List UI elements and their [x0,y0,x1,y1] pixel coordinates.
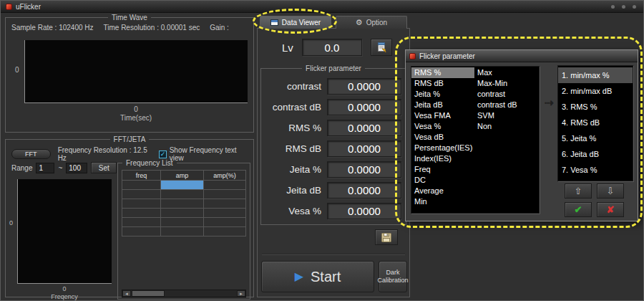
table-row[interactable] [122,190,246,199]
app-icon [6,4,12,10]
list-item[interactable]: 5. Jeita % [558,130,633,146]
table-row[interactable] [122,227,246,236]
list-item[interactable]: contrast [474,89,539,100]
move-right-button[interactable]: ⇢ [542,95,556,112]
list-item[interactable]: 6. Jeita dB [558,146,633,162]
time-resolution-label: Time Resolution : 0.00001 sec [104,24,200,32]
export-lv-button[interactable] [371,39,392,56]
list-item[interactable]: 3. RMS % [558,99,633,115]
param-value: 0.0000 [327,203,401,219]
table-row[interactable] [122,181,246,190]
tab-option-label: Option [366,19,387,27]
horizontal-scrollbar[interactable]: ◄ ► [122,290,246,297]
check-icon: ✔ [575,205,582,214]
start-button[interactable]: ▶ Start [261,261,374,292]
minimize-icon[interactable] [611,5,615,9]
time-wave-group: Time Wave Sample Rate : 102400 Hz Time R… [5,14,254,133]
fft-x-zero: 0 [17,285,112,292]
cancel-button[interactable]: ✘ [597,202,624,217]
table-row[interactable] [122,199,246,209]
move-up-button[interactable]: ⇧ [565,183,592,199]
list-item[interactable]: Max-Min [474,78,539,89]
close-icon[interactable] [633,5,636,9]
separator [262,254,405,255]
time-wave-x-label: Time(sec) [24,114,248,122]
list-item[interactable]: 2. min/max dB [558,83,633,99]
dialog-titlebar[interactable]: Flicker parameter [406,50,638,62]
list-item[interactable]: Min [411,196,474,207]
param-value: 0.0000 [327,182,401,199]
column-header-freq: freq [122,171,161,181]
list-item[interactable]: Non [474,121,539,132]
cross-icon: ✘ [607,205,615,214]
dark-calibration-button[interactable]: Dark Calibration [379,261,407,292]
flicker-parameter-group: Flicker parameter contrast 0.0000 contra… [260,64,406,225]
list-item[interactable]: RMS % [411,67,474,78]
list-item[interactable]: Vesa dB [411,132,474,143]
list-item[interactable]: 1. min/max % [558,67,633,83]
range-to-input[interactable] [66,163,87,173]
tab-option[interactable]: ⚙ Option [336,16,407,29]
list-item[interactable]: DC [411,175,474,186]
dialog-title: Flicker parameter [419,52,475,60]
scrollbar-thumb[interactable] [132,290,165,297]
param-label: Jeita dB [286,185,321,196]
table-row[interactable] [122,209,246,218]
app-window: uFlicker Time Wave Sample Rate : 102400 … [0,0,644,301]
fft-x-label: Freqency [17,293,112,300]
selected-cell[interactable] [161,181,204,190]
list-item[interactable]: 7. Vesa % [558,162,633,178]
list-item[interactable]: Index(IES) [411,153,474,164]
list-item[interactable]: Persentage(IES) [411,143,474,153]
list-item[interactable]: Jeita dB [411,100,474,110]
param-label: RMS dB [286,143,321,154]
list-item[interactable]: Freq [411,164,474,175]
param-row: Jeita % 0.0000 [263,161,401,178]
param-row: Jeita dB 0.0000 [263,182,401,199]
time-wave-title: Time Wave [108,14,151,22]
fft-mode-button[interactable]: FFT [11,149,51,159]
tab-data-viewer[interactable]: Data Viewer [260,16,331,29]
table-row[interactable] [122,218,246,227]
selected-parameters-list: 1. min/max % 2. min/max dB 3. RMS % 4. R… [557,65,633,181]
data-viewer-page: Lv 0.0 Flicker parameter contrast [257,28,410,297]
available-column-2: Max Max-Min contrast contrast dB SVM Non [474,67,539,213]
list-item[interactable]: Average [411,186,474,196]
sample-rate-label: Sample Rate : 102400 Hz [11,24,94,32]
list-item[interactable]: Vesa % [411,121,474,132]
arrow-up-icon: ⇧ [575,186,582,196]
time-wave-x-zero: 0 [24,105,248,113]
list-item[interactable]: SVM [474,110,539,121]
maximize-icon[interactable] [622,5,625,9]
param-label: RMS % [288,123,321,133]
lv-label: Lv [282,42,293,54]
move-down-button[interactable]: ⇩ [597,183,624,199]
scroll-left-icon[interactable]: ◄ [122,290,131,297]
play-icon: ▶ [295,271,303,282]
titlebar: uFlicker [1,1,643,13]
fft-y-zero: 0 [9,219,13,226]
range-label: Range [11,164,32,172]
list-item[interactable]: Jeita % [411,89,474,100]
available-column-1: RMS % RMS dB Jeita % Jeita dB Vesa FMA V… [411,67,474,213]
list-item[interactable]: contrast dB [474,100,539,110]
time-wave-info: Sample Rate : 102400 Hz Time Resolution … [11,24,229,32]
dashed-arrow-right-icon: ⇢ [545,97,554,109]
save-results-button[interactable] [375,229,398,245]
ok-button[interactable]: ✔ [565,202,592,217]
scroll-right-icon[interactable]: ► [237,290,245,297]
tab-data-viewer-label: Data Viewer [282,19,321,27]
list-item[interactable]: Vesa FMA [411,110,474,121]
list-item[interactable]: Max [474,67,539,78]
time-wave-y-zero: 0 [15,66,19,74]
param-label: Jeita % [290,164,321,175]
range-from-input[interactable] [36,163,54,173]
fft-jeta-group: FFT/JETA FFT Frequency Resolution : 12.5… [5,135,254,297]
arrow-down-icon: ⇩ [607,186,615,196]
param-label: contrast dB [273,102,321,113]
list-item[interactable]: 4. RMS dB [558,115,633,130]
list-item[interactable]: RMS dB [411,78,474,89]
param-label: Vesa % [288,206,321,216]
set-button[interactable]: Set [91,162,117,173]
available-parameters-list: RMS % RMS dB Jeita % Jeita dB Vesa FMA V… [411,66,540,214]
